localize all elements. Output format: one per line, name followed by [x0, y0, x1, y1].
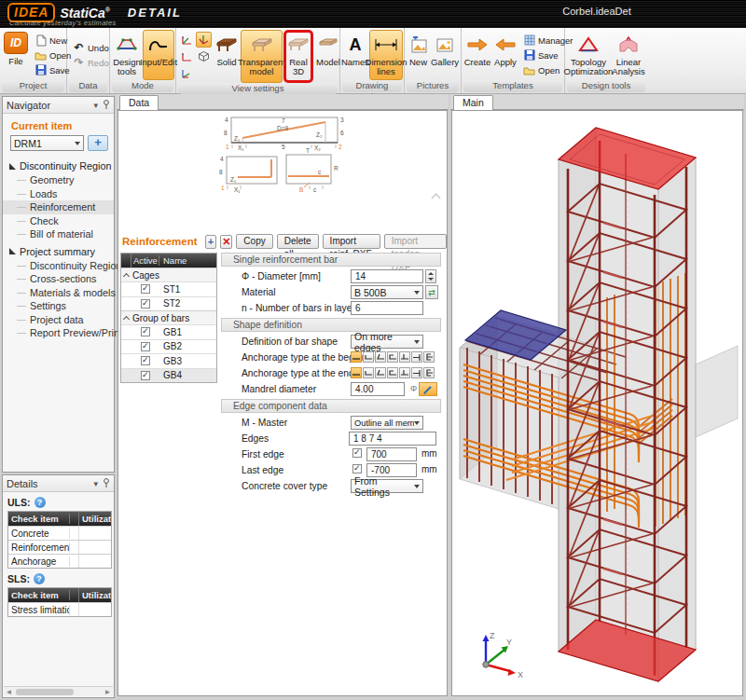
input-edit-mode-button[interactable]: Input/Edit: [143, 30, 174, 80]
table-row-st2[interactable]: ST2: [121, 296, 216, 311]
table-row-gb4[interactable]: GB4: [121, 368, 216, 383]
active-checkbox[interactable]: [141, 356, 150, 365]
nav-item-report-preview-print[interactable]: Report Preview/Print: [3, 326, 114, 340]
diameter-input[interactable]: 14: [351, 269, 423, 283]
bars-in-layer-input[interactable]: 6: [351, 301, 423, 315]
active-checkbox[interactable]: [141, 299, 150, 309]
template-apply-button[interactable]: Apply: [492, 30, 518, 80]
picture-gallery-button[interactable]: Gallery: [431, 30, 459, 80]
nav-item-loads[interactable]: Loads: [3, 187, 114, 201]
current-item-dropdown[interactable]: DRM1: [10, 135, 84, 151]
axis-view-xz-button[interactable]: [179, 48, 195, 64]
anchorage-c-hook-button[interactable]: [423, 367, 435, 378]
nav-item-check[interactable]: Check: [3, 214, 114, 228]
table-row-st1[interactable]: ST1: [121, 281, 216, 296]
undo-button[interactable]: ↶ Undo: [71, 41, 111, 55]
edit-material-button[interactable]: ⇄: [425, 285, 438, 299]
help-icon[interactable]: ?: [35, 497, 46, 508]
pin-icon[interactable]: [103, 478, 110, 489]
table-row-gb1[interactable]: GB1: [121, 324, 216, 339]
linear-analysis-button[interactable]: Linear Analysis: [611, 30, 646, 80]
master-dropdown[interactable]: Outline all members: [351, 416, 423, 430]
bar-shape-dropdown[interactable]: On more edges: [351, 335, 423, 349]
table-row[interactable]: Reinforcement: [8, 540, 111, 554]
isometric-cube-button[interactable]: [196, 48, 212, 64]
table-row[interactable]: Anchorage: [8, 554, 111, 568]
redo-button[interactable]: ↷ Redo: [71, 56, 111, 70]
axis-view-yz-button[interactable]: [179, 65, 195, 81]
tab-main[interactable]: Main: [453, 95, 493, 110]
topology-optimization-button[interactable]: Topology Optimization: [567, 30, 610, 80]
horizontal-scrollbar[interactable]: ◄ ►: [4, 686, 113, 696]
add-item-button[interactable]: +: [88, 135, 108, 151]
mandrel-input[interactable]: 4.00: [351, 382, 405, 396]
picture-new-button[interactable]: New: [407, 30, 430, 80]
anchorage-straight-button[interactable]: [351, 367, 362, 378]
help-icon[interactable]: ?: [34, 573, 45, 584]
3d-viewport[interactable]: Z Y X: [451, 110, 743, 696]
anchorage-perp-button[interactable]: [399, 367, 410, 378]
pin-icon[interactable]: [103, 100, 110, 111]
collapse-icon[interactable]: ▾: [93, 479, 98, 488]
scroll-left-icon[interactable]: ◄: [4, 688, 14, 696]
tree-section-discontinuity-region[interactable]: Discontinuity Region: [3, 158, 114, 173]
import-tendon-dxf-button[interactable]: Import tendon DXF: [384, 234, 447, 249]
active-checkbox[interactable]: [141, 371, 150, 380]
design-tools-mode-button[interactable]: Design tools: [112, 30, 142, 80]
tab-data[interactable]: Data: [119, 95, 159, 110]
nav-item-project-data[interactable]: Project data: [3, 313, 114, 327]
vertical-scrollbar[interactable]: [431, 195, 441, 238]
nav-item-bill-of-material[interactable]: Bill of material: [3, 227, 114, 241]
active-checkbox[interactable]: [141, 284, 150, 294]
nav-item-geometry[interactable]: Geometry: [3, 173, 114, 187]
diameter-spinner[interactable]: [425, 269, 436, 283]
table-row-gb3[interactable]: GB3: [121, 353, 216, 368]
edges-input[interactable]: 1 8 7 4: [349, 432, 436, 446]
dimension-lines-button[interactable]: Dimension lines: [369, 30, 403, 80]
active-checkbox[interactable]: [141, 342, 150, 351]
anchorage-straight-button[interactable]: [351, 351, 362, 363]
anchorage-hook-180-button[interactable]: [387, 367, 398, 378]
anchorage-hook-180-button[interactable]: [387, 351, 398, 363]
add-reinforcement-button[interactable]: +: [205, 235, 217, 249]
axis-view-xy-button[interactable]: [179, 32, 195, 48]
anchorage-bend-45-button[interactable]: [375, 351, 386, 363]
nav-item-reinforcement[interactable]: Reinforcement: [3, 200, 114, 214]
scrollbar-thumb[interactable]: [16, 689, 74, 695]
model-view-button[interactable]: Model: [314, 30, 342, 83]
group-row-cages[interactable]: Cages: [121, 268, 216, 281]
scroll-right-icon[interactable]: ►: [103, 688, 113, 696]
table-row-gb2[interactable]: GB2: [121, 339, 216, 354]
anchorage-bend-45-button[interactable]: [375, 367, 386, 378]
delete-reinforcement-button[interactable]: ✕: [220, 235, 232, 249]
last-edge-checkbox[interactable]: [352, 464, 362, 474]
edit-mandrel-button[interactable]: [419, 382, 437, 396]
nav-item-settings[interactable]: Settings: [3, 299, 114, 313]
group-row-group-of-bars[interactable]: Group of bars: [121, 310, 216, 324]
tree-section-project-summary[interactable]: Project summary: [3, 244, 114, 259]
solid-view-button[interactable]: Solid: [214, 30, 240, 83]
anchorage-hook-up-button[interactable]: [363, 367, 374, 378]
table-row[interactable]: Stress limitation: [8, 602, 111, 616]
template-create-button[interactable]: Create: [463, 30, 491, 80]
nav-item-discontinuity-regions[interactable]: Discontinuity Regions: [3, 259, 114, 273]
copy-button[interactable]: Copy: [236, 234, 272, 249]
delete-all-button[interactable]: Delete all: [277, 234, 319, 249]
import-reinf-dxf-button[interactable]: Import reinf. DXF: [323, 234, 380, 249]
anchorage-plate-button[interactable]: [411, 367, 422, 378]
material-dropdown[interactable]: B 500B: [351, 285, 423, 299]
nav-item-materials-models[interactable]: Materials & models: [3, 286, 114, 300]
concrete-cover-dropdown[interactable]: From Settings: [351, 479, 423, 493]
first-edge-input[interactable]: 700: [366, 447, 417, 461]
collapse-icon[interactable]: ▾: [93, 101, 98, 110]
file-button[interactable]: ID File: [4, 32, 28, 78]
anchorage-perp-button[interactable]: [399, 351, 410, 363]
scroll-up-icon[interactable]: [432, 194, 441, 203]
anchorage-c-hook-button[interactable]: [423, 351, 435, 363]
active-checkbox[interactable]: [141, 327, 150, 336]
table-row[interactable]: Concrete: [8, 526, 111, 540]
nav-item-cross-sections[interactable]: Cross-sections: [3, 272, 114, 286]
transparent-model-view-button[interactable]: Transparent model: [241, 30, 283, 83]
anchorage-hook-up-button[interactable]: [363, 351, 374, 363]
real-3d-view-button[interactable]: Real 3D: [283, 30, 313, 83]
